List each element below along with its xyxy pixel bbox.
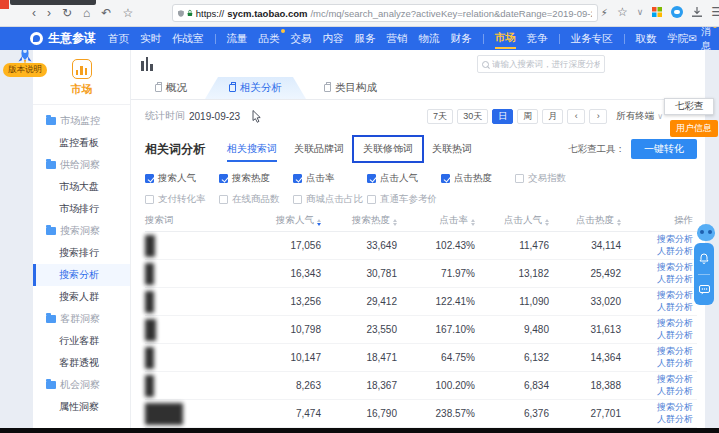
star-icon[interactable]: ☆ (617, 5, 628, 19)
action-link[interactable]: 搜索分析 (621, 402, 693, 414)
sidebar-item[interactable]: 市场监控 (33, 110, 130, 132)
nav-item[interactable]: 服务 (355, 29, 376, 48)
sidebar-item[interactable]: 搜索排行 (33, 242, 130, 264)
table-column-header[interactable]: 点击热度 (549, 214, 621, 227)
reload-icon[interactable]: ↻ (62, 6, 72, 21)
section-tab[interactable]: 关联热词 (432, 136, 472, 162)
brand[interactable]: 生意参谋 (30, 30, 96, 47)
metric-checkbox[interactable]: 搜索人气 (145, 172, 219, 185)
nav-item[interactable]: 学院 (668, 29, 689, 48)
metric-checkbox[interactable]: 商城点击占比 (293, 193, 367, 206)
nav-item[interactable]: 作战室 (172, 29, 204, 48)
forward-icon[interactable]: › (47, 6, 51, 21)
sidebar-item[interactable]: 市场排行 (33, 198, 130, 220)
sidebar-item[interactable]: 机会洞察 (33, 374, 130, 396)
page-tab[interactable]: 概况 (141, 77, 201, 99)
metric-checkbox[interactable]: 直通车参考价 (367, 193, 441, 206)
convert-button[interactable]: 一键转化 (631, 139, 697, 159)
action-link[interactable]: 人群分析 (621, 386, 693, 398)
metric-checkbox[interactable]: 支付转化率 (145, 193, 219, 206)
user-info-tag[interactable]: 用户信息 (670, 120, 718, 137)
nav-item[interactable]: 物流 (419, 29, 440, 48)
range-button[interactable]: 月 (542, 109, 563, 124)
metric-checkbox[interactable]: 在线商品数 (219, 193, 293, 206)
sidebar-item[interactable]: 属性洞察 (33, 396, 130, 418)
action-link[interactable]: 人群分析 (621, 414, 693, 426)
action-link[interactable]: 搜索分析 (621, 234, 693, 246)
action-link[interactable]: 人群分析 (621, 274, 693, 286)
sidebar-item[interactable]: 供给洞察 (33, 154, 130, 176)
menu-icon[interactable]: ☰ (711, 5, 719, 19)
metric-checkbox[interactable]: 交易指数 (515, 172, 589, 185)
messages-button[interactable]: ✉ 消息 (689, 25, 719, 53)
action-link[interactable]: 搜索分析 (621, 262, 693, 274)
nav-item[interactable]: 取数 (636, 29, 657, 48)
chevron-down-icon[interactable]: ∨ (637, 7, 644, 17)
sidebar-item[interactable]: 市场大盘 (33, 176, 130, 198)
page-tab[interactable]: 类目构成 (310, 77, 391, 99)
action-link[interactable]: 搜索分析 (621, 290, 693, 302)
nav-item[interactable]: 营销 (387, 29, 408, 48)
version-notes-tag[interactable]: 版本说明 (3, 63, 47, 77)
qicai-overlay-button[interactable]: 七彩查 (664, 98, 714, 115)
mascot-icon[interactable] (697, 224, 715, 241)
section-tab[interactable]: 相关搜索词 (227, 136, 277, 162)
range-button[interactable]: ‹ (567, 109, 585, 124)
section-tab[interactable]: 关联品牌词 (294, 136, 344, 162)
nav-item[interactable]: 流量 (227, 29, 248, 48)
nav-item[interactable]: 实时 (140, 29, 161, 48)
range-button[interactable]: 7天 (427, 109, 453, 124)
terminal-dropdown[interactable]: 所有终端 ∨ (616, 110, 663, 123)
sidebar-item[interactable]: 客群透视 (33, 352, 130, 374)
assistant-icon[interactable] (671, 6, 683, 18)
table-column-header[interactable]: 点击率 (397, 214, 475, 227)
section-tab[interactable]: 关联修饰词 (352, 135, 424, 163)
apps-grid-icon[interactable] (652, 7, 662, 17)
metric-checkbox[interactable]: 搜索热度 (219, 172, 293, 185)
url-bar[interactable]: https://sycm.taobao.com/mc/mq/search_ana… (172, 4, 598, 22)
table-column-header[interactable]: 搜索热度 (321, 214, 397, 227)
nav-item[interactable]: 内容 (323, 29, 344, 48)
table-column-header[interactable]: 点击人气 (475, 214, 549, 227)
page-tab[interactable]: 相关分析 (205, 77, 306, 99)
nav-item[interactable]: 竞争 (527, 29, 548, 48)
home-icon[interactable]: ⌂ (83, 6, 90, 21)
search-input[interactable] (492, 59, 600, 69)
action-link[interactable]: 人群分析 (621, 246, 693, 258)
sidebar-item[interactable]: 行业客群 (33, 330, 130, 352)
sidebar-item[interactable]: 搜索洞察 (33, 220, 130, 242)
nav-item[interactable]: 首页 (108, 29, 129, 48)
sidebar-item[interactable]: 客群洞察 (33, 308, 130, 330)
nav-item[interactable]: 品类 (259, 29, 280, 48)
range-button[interactable]: 日 (492, 109, 513, 124)
action-link[interactable]: 搜索分析 (621, 318, 693, 330)
sidebar-item[interactable]: 搜索分析 (33, 264, 130, 286)
chat-icon[interactable] (699, 285, 710, 295)
range-button[interactable]: › (589, 109, 607, 124)
bell-icon[interactable] (699, 253, 709, 264)
nav-item[interactable]: 市场 (495, 28, 516, 49)
metric-checkbox[interactable]: 点击率 (293, 172, 367, 185)
history-icon[interactable]: ↶ (101, 6, 111, 21)
sidebar-item[interactable]: 监控看板 (33, 132, 130, 154)
range-button[interactable]: 周 (517, 109, 538, 124)
search-box[interactable] (477, 55, 605, 73)
download-icon[interactable] (692, 7, 702, 18)
stat-date-value[interactable]: 2019-09-23 (189, 111, 240, 122)
action-link[interactable]: 人群分析 (621, 302, 693, 314)
table-column-header[interactable]: 搜索人气 (237, 214, 321, 227)
action-link[interactable]: 搜索分析 (621, 374, 693, 386)
browser-tab[interactable] (10, 0, 96, 5)
bookmark-icon[interactable]: ☆ (122, 6, 133, 21)
action-link[interactable]: 搜索分析 (621, 346, 693, 358)
metric-checkbox[interactable]: 点击人气 (367, 172, 441, 185)
action-link[interactable]: 人群分析 (621, 358, 693, 370)
nav-item[interactable]: 交易 (291, 29, 312, 48)
action-link[interactable]: 人群分析 (621, 330, 693, 342)
metric-checkbox[interactable]: 点击热度 (441, 172, 515, 185)
sidebar-item[interactable]: 搜索人群 (33, 286, 130, 308)
nav-item[interactable]: 财务 (451, 29, 472, 48)
flash-icon[interactable]: ⚡ (601, 7, 608, 18)
nav-item[interactable]: 业务专区 (571, 29, 613, 48)
range-button[interactable]: 30天 (457, 109, 488, 124)
